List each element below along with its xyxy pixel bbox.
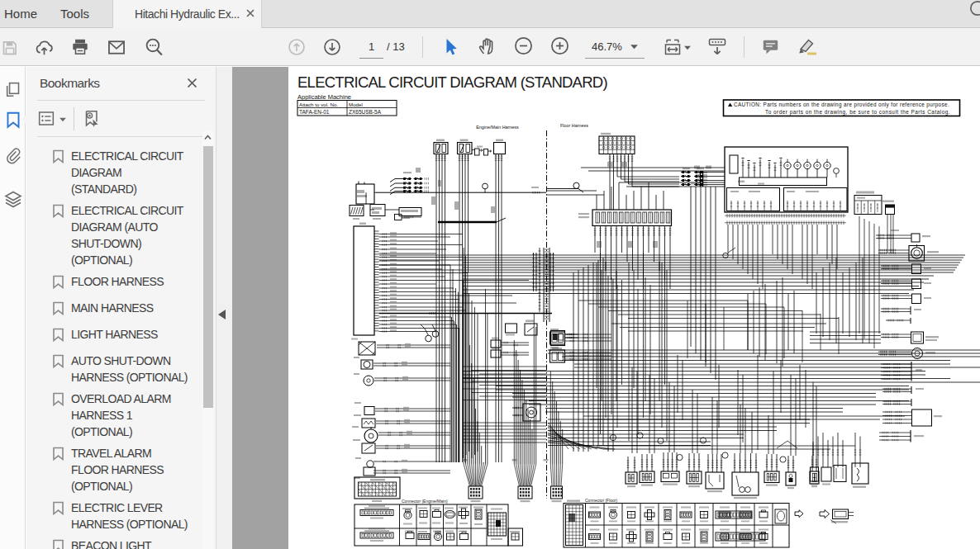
svg-text:ZX65USB-5A: ZX65USB-5A — [349, 109, 382, 115]
svg-text:Applicable Machine: Applicable Machine — [297, 93, 351, 101]
svg-text:ELECTRICAL CIRCUIT DIAGRAM (ST: ELECTRICAL CIRCUIT DIAGRAM (STANDARD) — [297, 73, 607, 91]
svg-text:TAFA-EN-01: TAFA-EN-01 — [299, 109, 330, 115]
svg-text:CAUTION: Parts numbers on the: CAUTION: Parts numbers on the drawing ar… — [734, 102, 949, 108]
svg-text:Engine/Main Harness: Engine/Main Harness — [476, 125, 519, 130]
svg-text:Connector (Floor): Connector (Floor) — [585, 498, 618, 503]
svg-text:Model: Model — [349, 102, 363, 107]
svg-text:Floor Harness: Floor Harness — [560, 123, 588, 128]
svg-text:To order parts on the drawing,: To order parts on the drawing, be sure t… — [765, 109, 950, 116]
svg-text:Attach to vol. No.: Attach to vol. No. — [299, 102, 338, 107]
svg-text:Connector (Engine/Main): Connector (Engine/Main) — [402, 499, 448, 504]
